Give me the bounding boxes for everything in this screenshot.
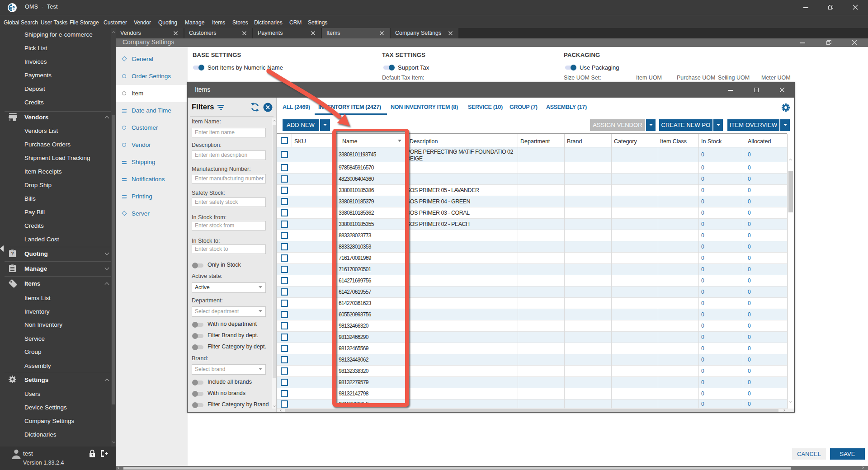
svg-text:?: ?: [11, 251, 14, 256]
